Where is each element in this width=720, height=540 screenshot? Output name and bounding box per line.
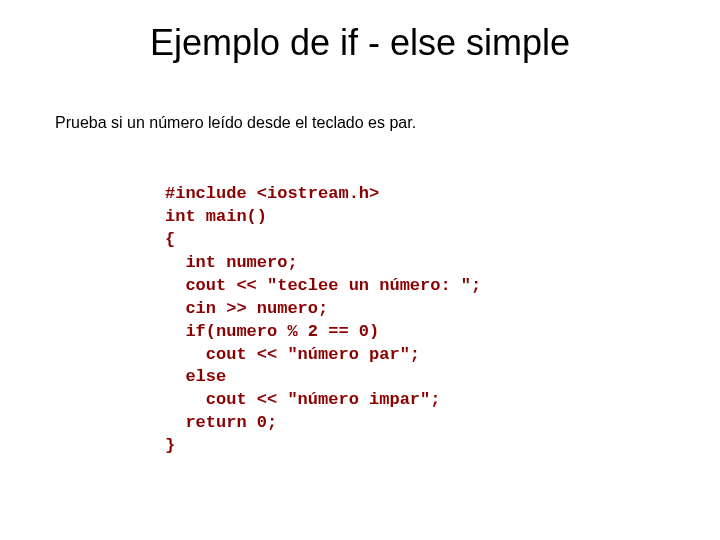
slide-subtitle: Prueba si un número leído desde el tecla… bbox=[0, 64, 720, 132]
code-line: else bbox=[165, 367, 226, 386]
code-line: return 0; bbox=[165, 413, 277, 432]
code-line: int numero; bbox=[165, 253, 298, 272]
code-line: cout << "número impar"; bbox=[165, 390, 440, 409]
code-line: { bbox=[165, 230, 175, 249]
code-line: #include <iostream.h> bbox=[165, 184, 379, 203]
code-line: cout << "número par"; bbox=[165, 345, 420, 364]
slide-title: Ejemplo de if - else simple bbox=[0, 0, 720, 64]
code-block: #include <iostream.h> int main() { int n… bbox=[0, 132, 720, 458]
code-line: cout << "teclee un número: "; bbox=[165, 276, 481, 295]
code-line: cin >> numero; bbox=[165, 299, 328, 318]
code-line: } bbox=[165, 436, 175, 455]
code-line: if(numero % 2 == 0) bbox=[165, 322, 379, 341]
code-line: int main() bbox=[165, 207, 267, 226]
